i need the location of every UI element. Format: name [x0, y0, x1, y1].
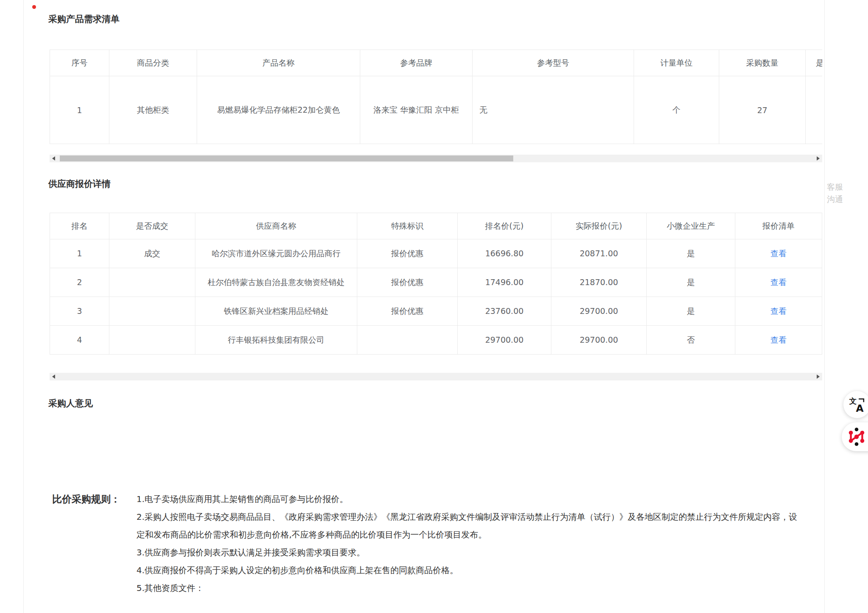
table-cell — [109, 297, 195, 326]
table-cell: 查看 — [735, 268, 822, 297]
column-header: 实际报价(元) — [551, 213, 647, 239]
table-cell — [357, 326, 458, 355]
scroll-left-arrow-icon[interactable] — [52, 374, 55, 379]
table-cell: 29700.00 — [458, 326, 551, 355]
rule-item: 4.供应商报价不得高于采购人设定的初步意向价格和供应商上架在售的同款商品价格。 — [136, 561, 798, 579]
column-header: 是 — [806, 50, 823, 76]
section-title-supplier-quotes: 供应商报价详情 — [48, 178, 111, 190]
view-quote-link[interactable]: 查看 — [771, 306, 787, 316]
table-cell: 其他柜类 — [109, 76, 197, 144]
column-header: 商品分类 — [109, 50, 197, 76]
table-cell: 20871.00 — [551, 239, 647, 268]
supplier-quote-table: 排名是否成交供应商名称特殊标识排名价(元)实际报价(元)小微企业生产报价清单 1… — [50, 213, 822, 355]
scroll-left-arrow-icon[interactable] — [52, 156, 55, 161]
table-header-row: 序号商品分类产品名称参考品牌参考型号计量单位采购数量是 — [50, 50, 823, 76]
table-cell: 21870.00 — [551, 268, 647, 297]
table-cell: 洛来宝 华豫汇阳 京中柜 — [360, 76, 473, 144]
table-cell: 报价优惠 — [357, 297, 458, 326]
table-cell: 16696.80 — [458, 239, 551, 268]
quote-table-hscrollbar[interactable] — [50, 373, 822, 380]
table-cell: 行丰银拓科技集团有限公司 — [195, 326, 357, 355]
quote-table-scroll-area: 排名是否成交供应商名称特殊标识排名价(元)实际报价(元)小微企业生产报价清单 1… — [50, 213, 822, 364]
table-cell: 29700.00 — [551, 326, 647, 355]
column-header: 序号 — [50, 50, 109, 76]
procurement-detail-page: 采购产品需求清单 序号商品分类产品名称参考品牌参考型号计量单位采购数量是 1其他… — [0, 0, 868, 613]
table-row: 1成交哈尔滨市道外区缘元圆办公用品商行报价优惠16696.8020871.00是… — [50, 239, 822, 268]
product-table-scroll-area: 序号商品分类产品名称参考品牌参考型号计量单位采购数量是 1其他柜类易燃易爆化学品… — [50, 50, 822, 145]
network-plugin-button[interactable] — [842, 422, 868, 451]
table-cell: 17496.00 — [458, 268, 551, 297]
table-header-row: 排名是否成交供应商名称特殊标识排名价(元)实际报价(元)小微企业生产报价清单 — [50, 213, 822, 239]
network-molecule-icon — [847, 427, 866, 447]
table-row: 1其他柜类易燃易爆化学品存储柜22加仑黄色洛来宝 华豫汇阳 京中柜无个27 — [50, 76, 823, 144]
section-title-purchaser-opinion: 采购人意见 — [48, 397, 93, 409]
table-cell: 无 — [473, 76, 634, 144]
table-cell: 成交 — [109, 239, 195, 268]
card-left-border — [23, 0, 24, 613]
customer-service-line2: 沟通 — [827, 193, 846, 205]
svg-text:A: A — [856, 402, 864, 413]
table-row: 4行丰银拓科技集团有限公司29700.0029700.00否查看 — [50, 326, 822, 355]
column-header: 小微企业生产 — [647, 213, 735, 239]
customer-service-tab[interactable]: 客服 沟通 — [827, 181, 846, 205]
table-cell: 27 — [719, 76, 806, 144]
rule-item: 5.其他资质文件： — [136, 579, 798, 597]
customer-service-line1: 客服 — [827, 181, 846, 193]
product-demand-table: 序号商品分类产品名称参考品牌参考型号计量单位采购数量是 1其他柜类易燃易爆化学品… — [50, 50, 822, 144]
scroll-right-arrow-icon[interactable] — [817, 156, 820, 161]
table-cell: 3 — [50, 297, 109, 326]
table-cell: 是 — [647, 268, 735, 297]
column-header: 计量单位 — [634, 50, 719, 76]
column-header: 排名价(元) — [458, 213, 551, 239]
table-cell: 查看 — [735, 297, 822, 326]
rule-item: 1.电子卖场供应商用其上架销售的商品可参与比价报价。 — [136, 490, 798, 508]
column-header: 排名 — [50, 213, 109, 239]
table-cell — [806, 76, 823, 144]
table-cell: 哈尔滨市道外区缘元圆办公用品商行 — [195, 239, 357, 268]
table-cell: 否 — [647, 326, 735, 355]
table-cell — [109, 268, 195, 297]
table-cell: 23760.00 — [458, 297, 551, 326]
product-table-hscrollbar[interactable] — [50, 155, 822, 162]
section-title-product-list: 采购产品需求清单 — [48, 13, 120, 25]
view-quote-link[interactable]: 查看 — [771, 249, 787, 258]
table-cell: 1 — [50, 76, 109, 144]
table-cell: 易燃易爆化学品存储柜22加仑黄色 — [197, 76, 360, 144]
table-cell: 铁锋区新兴业档案用品经销处 — [195, 297, 357, 326]
table-cell: 1 — [50, 239, 109, 268]
table-cell: 查看 — [735, 239, 822, 268]
translate-icon: 文 A — [849, 396, 865, 413]
view-quote-link[interactable]: 查看 — [771, 277, 787, 287]
table-row: 3铁锋区新兴业档案用品经销处报价优惠23760.0029700.00是查看 — [50, 297, 822, 326]
rule-item: 3.供应商参与报价则表示默认满足并接受采购需求项目要求。 — [136, 544, 798, 561]
table-cell: 29700.00 — [551, 297, 647, 326]
table-cell — [109, 326, 195, 355]
column-header: 参考型号 — [473, 50, 634, 76]
table-cell: 是 — [647, 297, 735, 326]
table-cell: 2 — [50, 268, 109, 297]
rule-item: 2.采购人按照电子卖场交易商品品目、《政府采购需求管理办法》《黑龙江省政府采购文… — [136, 508, 798, 544]
column-header: 供应商名称 — [195, 213, 357, 239]
translate-button[interactable]: 文 A — [843, 391, 868, 418]
column-header: 产品名称 — [197, 50, 360, 76]
rules-label: 比价采购规则： — [52, 490, 120, 508]
rules-list: 1.电子卖场供应商用其上架销售的商品可参与比价报价。2.采购人按照电子卖场交易商… — [136, 490, 798, 597]
card-right-border — [824, 0, 825, 613]
view-quote-link[interactable]: 查看 — [771, 335, 787, 344]
column-header: 采购数量 — [719, 50, 806, 76]
column-header: 特殊标识 — [357, 213, 458, 239]
red-marker-dot — [32, 5, 36, 9]
column-header: 是否成交 — [109, 213, 195, 239]
table-row: 2杜尔伯特蒙古族自治县意友物资经销处报价优惠17496.0021870.00是查… — [50, 268, 822, 297]
table-cell: 是 — [647, 239, 735, 268]
column-header: 报价清单 — [735, 213, 822, 239]
column-header: 参考品牌 — [360, 50, 473, 76]
table-cell: 4 — [50, 326, 109, 355]
table-cell: 查看 — [735, 326, 822, 355]
table-cell: 杜尔伯特蒙古族自治县意友物资经销处 — [195, 268, 357, 297]
scrollbar-thumb[interactable] — [60, 155, 513, 161]
scroll-right-arrow-icon[interactable] — [817, 374, 820, 379]
table-cell: 报价优惠 — [357, 268, 458, 297]
table-cell: 报价优惠 — [357, 239, 458, 268]
table-cell: 个 — [634, 76, 719, 144]
